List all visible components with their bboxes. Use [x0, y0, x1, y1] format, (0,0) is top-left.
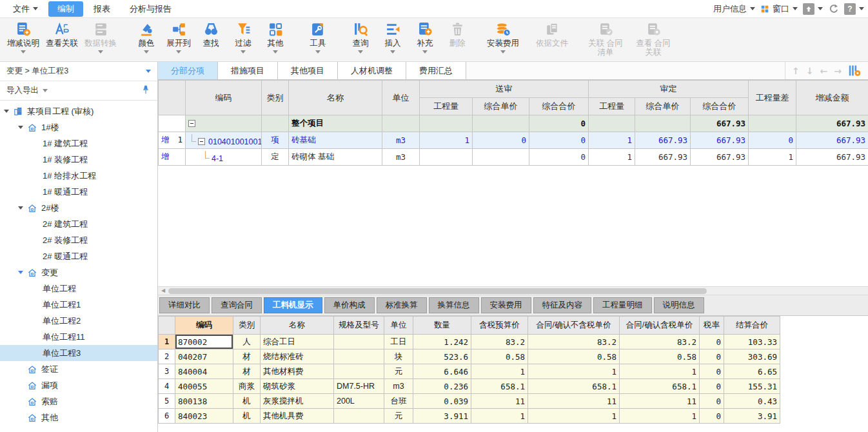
cell-approved-qty[interactable]	[589, 115, 635, 132]
tree-item[interactable]: 1# 给排水工程	[0, 168, 157, 184]
cell-contract-taxed-price[interactable]: 83.2	[620, 335, 700, 349]
cell-contract-untaxed-price[interactable]: 0.58	[528, 349, 620, 364]
row-number[interactable]: 1	[159, 335, 175, 349]
cell-amount-change[interactable]: 667.93	[796, 149, 868, 166]
cell-unit[interactable]	[382, 115, 420, 132]
resource-row[interactable]: 4400055商浆砌筑砂浆DM7.5-HRm30.236658.1658.165…	[159, 379, 780, 394]
cell-settlement-total[interactable]: 155.31	[724, 379, 780, 394]
cell-amount-change[interactable]: 667.93	[796, 132, 868, 149]
cell-submitted-unit-price[interactable]	[473, 149, 529, 166]
cell-settlement-total[interactable]: 103.33	[724, 335, 780, 349]
breadcrumb-dropdown-icon[interactable]	[146, 70, 151, 73]
main-tab[interactable]: 措施项目	[218, 62, 278, 79]
toolbar-button[interactable]: 插入	[377, 20, 409, 55]
tree-item[interactable]: 单位工程	[0, 280, 157, 297]
cell-quantity[interactable]: 0.236	[413, 379, 471, 394]
cell-spec[interactable]	[334, 364, 384, 379]
tree-item[interactable]: 索赔	[0, 393, 157, 409]
col-group-submitted[interactable]: 送审	[420, 81, 589, 98]
cell-contract-untaxed-price[interactable]: 11	[528, 394, 620, 409]
expand-arrow-icon[interactable]	[18, 271, 27, 274]
cell-name[interactable]: 砖砌体 基础	[289, 149, 382, 166]
cell-type[interactable]: 机	[233, 394, 261, 409]
cell-code[interactable]: 4-1	[186, 149, 262, 166]
cell-type[interactable]: 材	[233, 349, 261, 364]
col-subheader[interactable]: 综合单价	[635, 98, 691, 115]
cell-taxed-budget-price[interactable]: 83.2	[471, 335, 528, 349]
toolbar-button[interactable]: 展开到	[163, 20, 195, 55]
cell-code[interactable]: 040207	[175, 349, 233, 364]
cell-code[interactable]: 400055	[175, 379, 233, 394]
cell-name[interactable]: 其他机具费	[261, 409, 334, 424]
cell-submitted-total[interactable]: 0	[529, 149, 589, 166]
cell-name[interactable]: 其他材料费	[261, 364, 334, 379]
toolbar-button[interactable]: 过滤	[227, 20, 259, 55]
cell-tax-rate[interactable]: 0	[700, 349, 724, 364]
menu-item[interactable]: 编制	[48, 1, 83, 17]
cell-submitted-total[interactable]: 0	[529, 132, 589, 149]
cell-type[interactable]: 定	[262, 149, 289, 166]
menu-item[interactable]: 文件	[4, 1, 47, 17]
upload-button[interactable]	[803, 3, 823, 15]
tree-item[interactable]: 单位工程11	[0, 329, 157, 345]
cell-approved-qty[interactable]: 1	[589, 132, 635, 149]
grid-row[interactable]: 整个项目0667.93667.93	[159, 115, 868, 132]
col-header[interactable]: 合同/确认不含税单价	[528, 317, 620, 335]
cell-submitted-unit-price[interactable]: 0	[473, 132, 529, 149]
col-header[interactable]: 规格及型号	[334, 317, 384, 335]
cell-approved-unit-price[interactable]: 667.93	[635, 132, 691, 149]
cell-settlement-total[interactable]: 6.65	[724, 364, 780, 379]
horizontal-scrollbar[interactable]: ◀	[158, 286, 868, 295]
col-subheader[interactable]: 综合单价	[473, 98, 529, 115]
cell-code[interactable]: 840004	[175, 364, 233, 379]
bottom-tab[interactable]: 换算信息	[429, 297, 479, 313]
row-number[interactable]: 5	[159, 394, 175, 409]
cell-submitted-total[interactable]: 0	[529, 115, 589, 132]
cell-spec[interactable]: 200L	[334, 394, 384, 409]
expand-arrow-icon[interactable]	[18, 126, 27, 129]
scroll-left-icon[interactable]: ◀	[158, 286, 168, 295]
cell-settlement-total[interactable]: 0.43	[724, 394, 780, 409]
cell-contract-taxed-price[interactable]: 658.1	[620, 379, 700, 394]
cell-code[interactable]	[186, 115, 262, 132]
tree-item[interactable]: 签证	[0, 361, 157, 377]
cell-unit[interactable]: 台班	[384, 394, 413, 409]
main-tab[interactable]: 费用汇总	[406, 62, 466, 79]
cell-submitted-qty[interactable]: 1	[420, 132, 473, 149]
cell-contract-untaxed-price[interactable]: 1	[528, 364, 620, 379]
tree-item[interactable]: 2# 建筑工程	[0, 216, 157, 232]
cell-approved-total[interactable]: 667.93	[691, 132, 749, 149]
cell-unit[interactable]: m3	[384, 379, 413, 394]
cell-contract-untaxed-price[interactable]: 658.1	[528, 379, 620, 394]
expand-arrow-icon[interactable]	[18, 206, 27, 210]
tree-item[interactable]: 2# 装修工程	[0, 232, 157, 248]
cell-quantity[interactable]: 1.242	[413, 335, 471, 349]
cell-tax-rate[interactable]: 0	[700, 379, 724, 394]
cell-code[interactable]: 010401001001	[186, 132, 262, 149]
cell-name[interactable]: 砌筑砂浆	[261, 379, 334, 394]
toolbar-button[interactable]: 查找	[195, 20, 227, 55]
toolbar-button[interactable]: 安装费用	[484, 20, 522, 55]
cell-spec[interactable]	[334, 335, 384, 349]
cell-approved-qty[interactable]: 1	[589, 149, 635, 166]
tree-item[interactable]: 单位工程1	[0, 297, 157, 313]
tree-item[interactable]: 1# 暖通工程	[0, 184, 157, 200]
toolbar-button[interactable]: 工具	[302, 20, 334, 55]
bottom-tab[interactable]: 特征及内容	[533, 297, 592, 313]
cell-qty-diff[interactable]: 1	[749, 149, 796, 166]
toolbar-button[interactable]: 颜色	[130, 20, 163, 55]
row-number[interactable]: 6	[159, 409, 175, 424]
col-header[interactable]: 类别	[233, 317, 261, 335]
cell-quantity[interactable]: 0.039	[413, 394, 471, 409]
cell-quantity[interactable]: 523.6	[413, 349, 471, 364]
settings-icon[interactable]	[848, 64, 862, 77]
menu-item[interactable]: 报表	[84, 1, 119, 17]
cell-code[interactable]: 800138	[175, 394, 233, 409]
col-subheader[interactable]: 工程量	[589, 98, 635, 115]
cell-submitted-qty[interactable]	[420, 115, 473, 132]
cell-spec[interactable]	[334, 409, 384, 424]
col-header-unit[interactable]: 单位	[382, 81, 420, 115]
cell-type[interactable]: 商浆	[233, 379, 261, 394]
resource-row[interactable]: 6840023机其他机具费元3.91111103.91	[159, 409, 780, 424]
cell-name[interactable]: 烧结标准砖	[261, 349, 334, 364]
